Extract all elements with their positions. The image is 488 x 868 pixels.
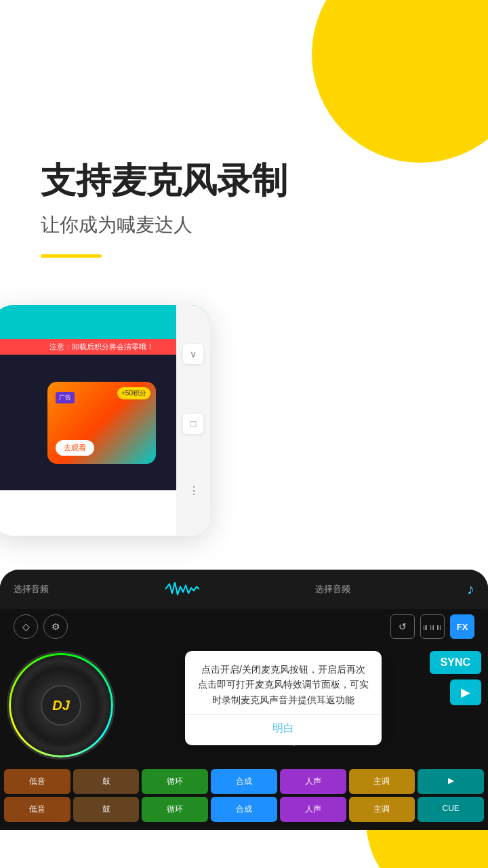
dots-icon: ⋮ — [188, 484, 199, 497]
pad-button[interactable]: 合成 — [211, 769, 277, 794]
sync-area: SYNC ▶ — [430, 651, 481, 705]
pad-button[interactable]: 循环 — [142, 797, 208, 822]
pad-button[interactable]: 低音 — [4, 797, 70, 822]
tooltip-text: 点击开启/关闭麦克风按钮，开启后再次点击即可打开麦克风特效调节面板，可实时录制麦… — [197, 662, 369, 707]
pad-button[interactable]: 人声 — [280, 769, 346, 794]
select-audio-right[interactable]: 选择音频 — [315, 583, 350, 595]
sub-title: 让你成为喊麦达人 — [41, 212, 461, 238]
yellow-divider — [41, 254, 102, 258]
watch-button[interactable]: 去观看 — [56, 440, 94, 456]
dj-main: DJ ●REC 🎤 SYNC ▶ 点击开启/关闭麦克风按钮，开启后再次点击即可打… — [0, 644, 488, 766]
phone-section-1: 注意：卸载后积分将会清零哦！ 广告 +50积分 去观看 ∨ □ ⋮ — [0, 292, 488, 556]
play-button[interactable]: ▶ — [450, 679, 481, 705]
dj-header: 选择音频 选择音频 ♪ — [0, 570, 488, 609]
loop-icon[interactable]: ↺ — [390, 614, 415, 639]
tooltip-divider — [185, 714, 382, 715]
phone-mockup-1: 注意：卸载后积分将会清零哦！ 广告 +50积分 去观看 ∨ □ ⋮ — [0, 305, 210, 536]
ad-badge: 广告 — [56, 392, 75, 403]
waveform-icon — [165, 579, 199, 599]
select-audio-left[interactable]: 选择音频 — [14, 583, 49, 595]
btn-row-1: 低音鼓循环合成人声主调▶ — [4, 769, 484, 794]
vinyl-label: DJ — [52, 698, 70, 713]
tooltip-ok-button[interactable]: 明白 — [197, 719, 369, 738]
ad-card: 广告 +50积分 去观看 — [47, 382, 156, 464]
btn-rows: 低音鼓循环合成人声主调▶ 低音鼓循环合成人声主调CUE — [0, 766, 488, 830]
gear-icon[interactable]: ⚙ — [43, 614, 68, 639]
eq-icon[interactable]: ⫼⫼⫼ — [420, 614, 445, 639]
music-note-icon: ♪ — [467, 580, 474, 598]
dj-section: 选择音频 选择音频 ♪ ◇ ⚙ ↺ ⫼⫼⫼ FX DJ — [0, 570, 488, 830]
pad-button[interactable]: 主调 — [349, 769, 415, 794]
pad-button[interactable]: 低音 — [4, 769, 70, 794]
pad-button[interactable]: 鼓 — [73, 797, 140, 822]
vinyl-record: DJ — [7, 651, 115, 760]
pad-button[interactable]: 鼓 — [73, 769, 140, 794]
square-icon: □ — [183, 414, 203, 434]
fx-icon[interactable]: FX — [450, 614, 474, 639]
dj-controls-row: ◇ ⚙ ↺ ⫼⫼⫼ FX — [0, 609, 488, 644]
top-section: 支持麦克风录制 让你成为喊麦达人 — [0, 0, 488, 285]
sync-button[interactable]: SYNC — [430, 651, 481, 674]
pad-button[interactable]: 循环 — [142, 769, 208, 794]
arrow-down-icon[interactable]: ∨ — [183, 344, 203, 364]
pad-button[interactable]: 主调 — [349, 797, 415, 822]
alert-text: 注意：卸载后积分将会清零哦！ — [49, 342, 154, 351]
main-title: 支持麦克风录制 — [41, 159, 461, 201]
vinyl-center: DJ — [41, 685, 81, 726]
pad-button[interactable]: 人声 — [280, 797, 346, 822]
ad-points: +50积分 — [117, 387, 150, 399]
phone-side-controls: ∨ □ ⋮ — [176, 305, 210, 536]
diamond-icon[interactable]: ◇ — [14, 614, 38, 639]
pad-button[interactable]: CUE — [418, 797, 484, 822]
btn-row-2: 低音鼓循环合成人声主调CUE — [4, 797, 484, 822]
pad-button[interactable]: 合成 — [211, 797, 277, 822]
tooltip-popup: 点击开启/关闭麦克风按钮，开启后再次点击即可打开麦克风特效调节面板，可实时录制麦… — [185, 651, 382, 745]
pad-button[interactable]: ▶ — [418, 769, 484, 794]
